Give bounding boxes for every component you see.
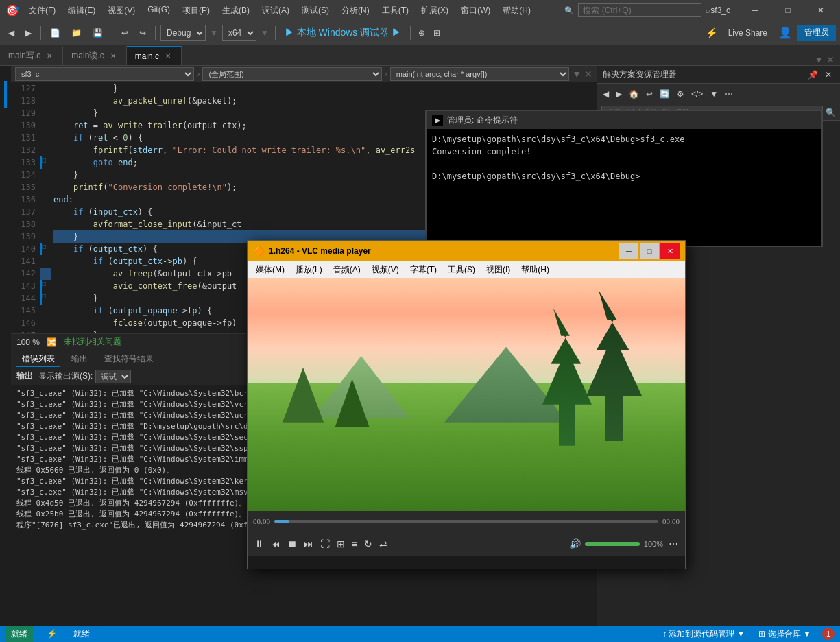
search-submit-icon[interactable]: ⌕ [706,6,710,14]
se-nav-fwd[interactable]: ▶ [613,88,625,100]
vlc-playlist-button[interactable]: ≡ [350,537,359,551]
menu-build[interactable]: 生成(B) [217,3,255,18]
vlc-menu-audio[interactable]: 音频(A) [328,263,366,277]
config-select[interactable]: Debug [160,25,206,41]
vlc-play-pause-button[interactable]: ⏸ [253,537,265,551]
menu-help[interactable]: 帮助(H) [497,3,536,18]
se-pin-button[interactable]: 📌 [805,69,821,81]
vlc-window[interactable]: 🔶 1.h264 - VLC media player ─ □ ✕ 媒体(M) … [247,240,686,569]
menu-project[interactable]: 项目(P) [177,3,215,18]
global-scope-select[interactable]: (全局范围) [202,67,381,81]
bottom-tab-output[interactable]: 错误列表 [16,352,60,367]
maximize-button[interactable]: □ [774,0,802,21]
terminal-window[interactable]: ▶ 管理员: 命令提示符 D:\mysetup\gopath\src\dsy\s… [425,110,823,247]
zoom-level: 100 % [16,337,40,347]
vlc-menu-play[interactable]: 播放(L) [290,263,328,277]
forward-button[interactable]: ▶ [21,24,36,42]
vlc-random-button[interactable]: ⇄ [378,537,389,551]
live-share-label: Live Share [728,28,767,38]
toolbar-extra-btn[interactable]: ⊕ [416,27,428,39]
tab-close-all-icon[interactable]: ✕ [826,54,835,65]
se-close-button[interactable]: ✕ [822,69,835,81]
se-more[interactable]: ⋯ [722,88,736,100]
live-share-button[interactable]: Live Share [723,27,773,39]
save-button[interactable]: 💾 [88,24,107,42]
title-bar: 🎯 文件(F) 编辑(E) 视图(V) Git(G) 项目(P) 生成(B) 调… [0,0,840,21]
tab-menu-icon[interactable]: ▼ [814,54,824,65]
menu-window[interactable]: 窗口(W) [455,3,496,18]
vlc-progress-bar[interactable] [274,520,658,523]
vlc-menu-view[interactable]: 视图(I) [481,263,516,277]
vlc-stop-button[interactable]: ⏹ [286,537,298,551]
vlc-extended-button[interactable]: ⊞ [335,537,346,551]
output-source-select[interactable]: 调试 [95,370,131,383]
se-nav-back[interactable]: ◀ [600,88,612,100]
se-filter[interactable]: ▼ [707,88,721,100]
close-button[interactable]: ✕ [807,0,835,21]
tab-main-write[interactable]: main写.c ✕ [0,46,63,65]
select-repo-button[interactable]: ⊞ 选择合库 ▼ [756,628,814,640]
redo-button[interactable]: ↪ [135,24,150,42]
back-button[interactable]: ◀ [4,24,19,42]
vlc-more-button[interactable]: ⋯ [667,537,680,551]
vlc-prev-button[interactable]: ⏮ [269,537,282,551]
vlc-close-button[interactable]: ✕ [660,243,680,259]
menu-view[interactable]: 视图(V) [102,3,141,18]
se-code-view[interactable]: </> [688,88,706,100]
menu-debug[interactable]: 调试(A) [256,3,295,18]
editor-close-icon[interactable]: ✕ [584,69,592,80]
minimize-button[interactable]: ─ [741,0,769,21]
new-file-button[interactable]: 📄 [46,24,64,42]
status-error-icon: ⚡ [44,629,60,639]
app-title: sf3_c [710,5,730,15]
menu-tools[interactable]: 工具(T) [376,3,414,18]
se-sync[interactable]: 🔄 [657,88,673,100]
vlc-menu-tools[interactable]: 工具(S) [442,263,481,277]
se-undo[interactable]: ↩ [643,88,656,100]
vlc-menu-media[interactable]: 媒体(M) [250,263,290,277]
tab-close-main-write[interactable]: ✕ [45,51,54,60]
project-scope-select[interactable]: sf3_c [15,67,194,81]
undo-button[interactable]: ↩ [117,24,132,42]
vlc-menu-help[interactable]: 帮助(H) [516,263,555,277]
vlc-menu-subtitle[interactable]: 字幕(T) [405,263,442,277]
manage-button[interactable]: 管理员 [797,25,836,41]
se-home[interactable]: 🏠 [626,88,642,100]
menu-analyze[interactable]: 分析(N) [336,3,375,18]
tab-close-main-read[interactable]: ✕ [108,51,118,60]
vlc-volume-bar[interactable] [585,542,640,546]
tab-main-read[interactable]: main读.c ✕ [63,46,126,65]
add-source-control-button[interactable]: ↑ 添加到源代码管理 ▼ [660,628,748,640]
toolbar-sep-4 [275,26,276,40]
vlc-controls-row2: ⏸ ⏮ ⏹ ⏭ ⛶ ⊞ ≡ ↻ ⇄ 🔊 100% ⋯ [248,532,685,556]
bottom-tab-errors[interactable]: 输出 [66,352,93,366]
open-file-button[interactable]: 📁 [67,24,86,42]
menu-file[interactable]: 文件(F) [23,3,61,18]
tab-close-main-c[interactable]: ✕ [163,51,173,61]
toolbar-extra-btn2[interactable]: ⊞ [431,27,443,39]
vlc-fullscreen-button[interactable]: ⛶ [319,537,331,551]
vlc-minimize-button[interactable]: ─ [619,243,638,259]
function-scope-select[interactable]: main(int argc, char * argv[]) [390,67,569,81]
vlc-next-button[interactable]: ⏭ [302,537,315,551]
vlc-maximize-button[interactable]: □ [640,243,659,259]
status-git-section[interactable]: 就绪 [5,626,33,642]
menu-extensions[interactable]: 扩展(X) [416,3,454,18]
solution-search-icon: 🔍 [826,108,836,117]
tab-main-c[interactable]: main.c ✕ [127,46,182,65]
vlc-volume-label: 100% [644,540,663,548]
menu-test[interactable]: 测试(S) [296,3,335,18]
vlc-loop-button[interactable]: ↻ [363,537,374,551]
vlc-menu-video[interactable]: 视频(V) [366,263,405,277]
title-search-input[interactable] [578,3,701,17]
tab-label: main.c [135,51,159,61]
menu-bar: 文件(F) 编辑(E) 视图(V) Git(G) 项目(P) 生成(B) 调试(… [23,3,564,18]
bottom-tab-find[interactable]: 查找符号结果 [99,352,159,366]
run-debugger-button[interactable]: ▶ 本地 Windows 调试器 ▶ [280,25,405,40]
menu-edit[interactable]: 编辑(E) [62,3,101,18]
se-settings[interactable]: ⚙ [674,88,687,100]
menu-git[interactable]: Git(G) [142,3,176,18]
vlc-volume-fill [585,542,640,546]
editor-menu-icon[interactable]: ▼ [572,69,581,80]
platform-select[interactable]: x64 [222,25,256,41]
